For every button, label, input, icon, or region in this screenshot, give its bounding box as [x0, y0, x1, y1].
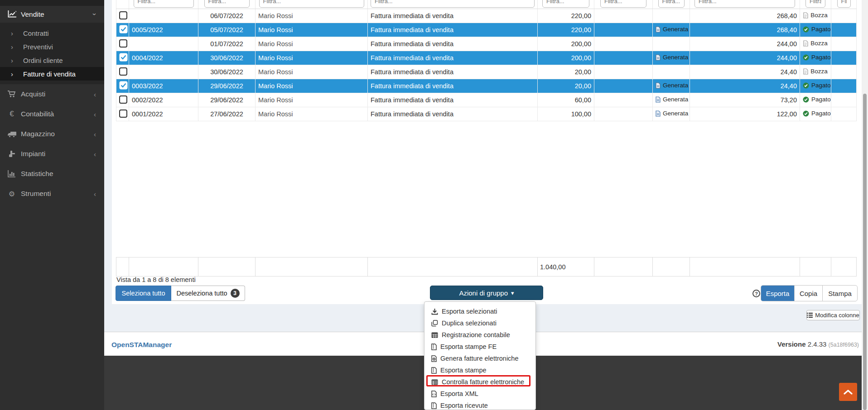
- filter-numero-input[interactable]: [134, 0, 194, 8]
- filter-sconto-input[interactable]: [600, 0, 646, 8]
- sidebar-item-vendite[interactable]: Vendite ›: [0, 6, 104, 23]
- sidebar-item-acquisti[interactable]: Acquisti ‹: [0, 84, 104, 104]
- copy-button[interactable]: Copia: [795, 286, 823, 301]
- chevron-left-icon: ‹: [94, 150, 96, 158]
- filter-extra-input[interactable]: [837, 0, 851, 8]
- cell-ragione-sociale: Mario Rossi: [256, 23, 368, 37]
- file-code-icon: [431, 355, 437, 362]
- sidebar-item-fatture-di-vendita[interactable]: › Fatture di vendita: [0, 67, 104, 81]
- cell-imponibile: 200,00: [538, 51, 594, 65]
- sidebar-item-label: Impianti: [21, 150, 94, 158]
- row-checkbox[interactable]: [119, 39, 127, 48]
- export-button[interactable]: Esporta: [761, 286, 795, 301]
- table-row[interactable]: 01/07/2022 Mario Rossi Fattura immediata…: [116, 37, 857, 51]
- row-checkbox[interactable]: [119, 11, 127, 19]
- table-row[interactable]: 0001/2022 27/06/2022 Mario Rossi Fattura…: [116, 107, 857, 121]
- row-checkbox[interactable]: [119, 110, 127, 118]
- group-actions-label: Azioni di gruppo: [459, 289, 508, 297]
- menu-item-label: Duplica selezionati: [442, 319, 497, 327]
- menu-item-esporta-xml[interactable]: Esporta XML: [424, 388, 535, 400]
- table-row-selected[interactable]: 0004/2022 30/06/2022 Mario Rossi Fattura…: [116, 51, 857, 65]
- filter-data-input[interactable]: [204, 0, 250, 8]
- menu-item-registrazione-contabile[interactable]: Registrazione contabile: [424, 329, 535, 341]
- cell-numero: 0003/2022: [129, 79, 198, 93]
- filter-fe-input[interactable]: [658, 0, 685, 8]
- cell-totale: 244,00: [690, 37, 800, 51]
- total-imponibile: 1.040,00: [538, 257, 594, 277]
- sidebar-item-strumenti[interactable]: ⚙ Strumenti ‹: [0, 184, 104, 204]
- menu-item-label: Esporta stampe FE: [440, 343, 497, 350]
- cell-numero: [129, 9, 198, 23]
- chevron-right-icon: ›: [11, 29, 13, 37]
- sidebar-item-label: Contratti: [23, 29, 49, 37]
- sidebar-item-label: Acquisti: [21, 90, 94, 98]
- menu-item-esporta-stampe[interactable]: Esporta stampe: [424, 364, 535, 376]
- cell-extra: [831, 23, 857, 37]
- deselect-all-label: Deseleziona tutto: [176, 290, 227, 297]
- cell-numero: 0002/2022: [129, 93, 198, 107]
- bar-chart-icon: [7, 170, 17, 177]
- row-checkbox-checked[interactable]: [119, 84, 128, 91]
- menu-item-esporta-selezionati[interactable]: Esporta selezionati: [424, 305, 535, 317]
- table-row[interactable]: 30/06/2022 Mario Rossi Fattura immediata…: [116, 65, 857, 79]
- edit-columns-label: Modifica colonne: [815, 312, 859, 319]
- filter-ragione-sociale-input[interactable]: [259, 0, 364, 8]
- row-checkbox-checked[interactable]: [119, 28, 128, 35]
- menu-item-controlla-fatture-elettroniche[interactable]: Controlla fatture elettroniche: [424, 376, 535, 388]
- sidebar-item-contabilita[interactable]: € Contabilità ‹: [0, 104, 104, 124]
- edit-columns-button[interactable]: Modifica colonne: [806, 310, 860, 320]
- table-row-selected[interactable]: 0005/2022 05/07/2022 Mario Rossi Fattura…: [116, 23, 857, 37]
- brand-link[interactable]: OpenSTAManager: [111, 341, 172, 349]
- menu-item-duplica-selezionati[interactable]: Duplica selezionati: [424, 317, 535, 329]
- row-checkbox-checked[interactable]: [119, 56, 128, 63]
- deselect-all-button[interactable]: Deseleziona tutto 3: [171, 286, 245, 301]
- table-row-selected[interactable]: 0003/2022 29/06/2022 Mario Rossi Fattura…: [116, 79, 857, 93]
- sidebar-item-ordini-cliente[interactable]: › Ordini cliente: [0, 53, 104, 67]
- sidebar-item-preventivi[interactable]: › Preventivi: [0, 40, 104, 53]
- results-summary: Vista da 1 a 8 di 8 elementi: [116, 276, 196, 283]
- sidebar-submenu-vendite: › Contratti › Preventivi › Ordini client…: [0, 23, 104, 84]
- table-row[interactable]: 06/07/2022 Mario Rossi Fattura immediata…: [116, 9, 857, 23]
- filter-stato-input[interactable]: [805, 0, 825, 8]
- cell-numero: 0005/2022: [129, 23, 198, 37]
- cell-ragione-sociale: Mario Rossi: [256, 93, 368, 107]
- cell-ragione-sociale: Mario Rossi: [256, 51, 368, 65]
- version-number: 2.4.33: [808, 340, 827, 348]
- cell-data: 01/07/2022: [198, 37, 256, 51]
- help-icon[interactable]: ?: [752, 290, 760, 297]
- sidebar-item-impianti[interactable]: Impianti ‹: [0, 144, 104, 164]
- menu-item-genera-fatture-elettroniche[interactable]: Genera fatture elettroniche: [424, 353, 535, 364]
- file-code-icon: [431, 391, 437, 397]
- cell-data: 29/06/2022: [198, 79, 256, 93]
- chevron-left-icon: ‹: [94, 130, 96, 138]
- scroll-to-top-button[interactable]: [839, 383, 857, 401]
- cell-tipo: Fattura immediata di vendita: [368, 93, 538, 107]
- filter-totale-input[interactable]: [694, 0, 795, 8]
- menu-item-esporta-ricevute[interactable]: Esporta ricevute: [424, 400, 535, 410]
- menu-item-esporta-stampe-fe[interactable]: Esporta stampe FE: [424, 341, 535, 353]
- chevron-left-icon: ‹: [94, 190, 96, 198]
- sidebar-item-statistiche[interactable]: Statistiche: [0, 164, 104, 184]
- row-checkbox[interactable]: [119, 67, 127, 76]
- menu-item-label: Esporta selezionati: [442, 308, 497, 315]
- paid-check-icon: [803, 82, 809, 89]
- table-row[interactable]: 0002/2022 29/06/2022 Mario Rossi Fattura…: [116, 93, 857, 107]
- select-all-button[interactable]: Seleziona tutto: [116, 286, 171, 301]
- filter-imponibile-input[interactable]: [542, 0, 589, 8]
- selected-count-badge: 3: [231, 289, 240, 298]
- filter-tipo-input[interactable]: [371, 0, 535, 8]
- menu-item-label: Esporta stampe: [440, 367, 487, 374]
- table-totals-row: 1.040,00: [116, 257, 857, 277]
- euro-icon: €: [7, 110, 17, 119]
- cell-fe: Generata: [653, 107, 690, 121]
- row-checkbox[interactable]: [119, 95, 127, 104]
- print-button[interactable]: Stampa: [823, 286, 857, 301]
- menu-item-label: Esporta XML: [440, 390, 478, 397]
- chevron-up-icon: [844, 389, 853, 395]
- sidebar-item-contratti[interactable]: › Contratti: [0, 26, 104, 40]
- cell-stato: Pagato: [800, 23, 831, 37]
- app-screen: Vendite › › Contratti › Preventivi › Ord…: [0, 0, 868, 410]
- sidebar-item-magazzino[interactable]: Magazzino ‹: [0, 124, 104, 144]
- group-actions-button[interactable]: Azioni di gruppo ▾: [430, 286, 543, 300]
- scrollbar-thumb[interactable]: [863, 94, 867, 410]
